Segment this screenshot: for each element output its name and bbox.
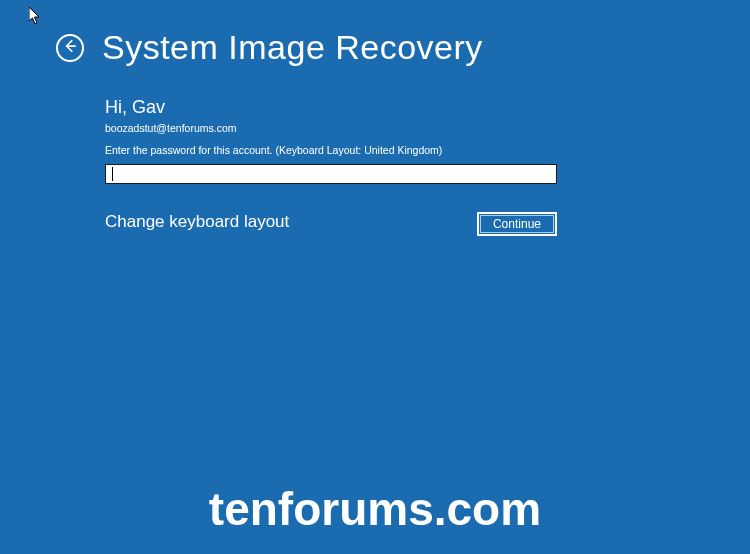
back-button[interactable] bbox=[56, 34, 84, 62]
password-input[interactable] bbox=[105, 164, 557, 184]
change-keyboard-layout-link[interactable]: Change keyboard layout bbox=[105, 212, 289, 232]
watermark-text: tenforums.com bbox=[0, 482, 750, 536]
arrow-left-icon bbox=[63, 39, 77, 57]
user-greeting: Hi, Gav bbox=[105, 97, 560, 118]
account-email: boozadstut@tenforums.com bbox=[105, 122, 560, 134]
password-prompt: Enter the password for this account. (Ke… bbox=[105, 144, 560, 156]
text-caret bbox=[112, 167, 113, 181]
continue-button[interactable]: Continue bbox=[477, 212, 557, 236]
page-title: System Image Recovery bbox=[102, 28, 483, 67]
